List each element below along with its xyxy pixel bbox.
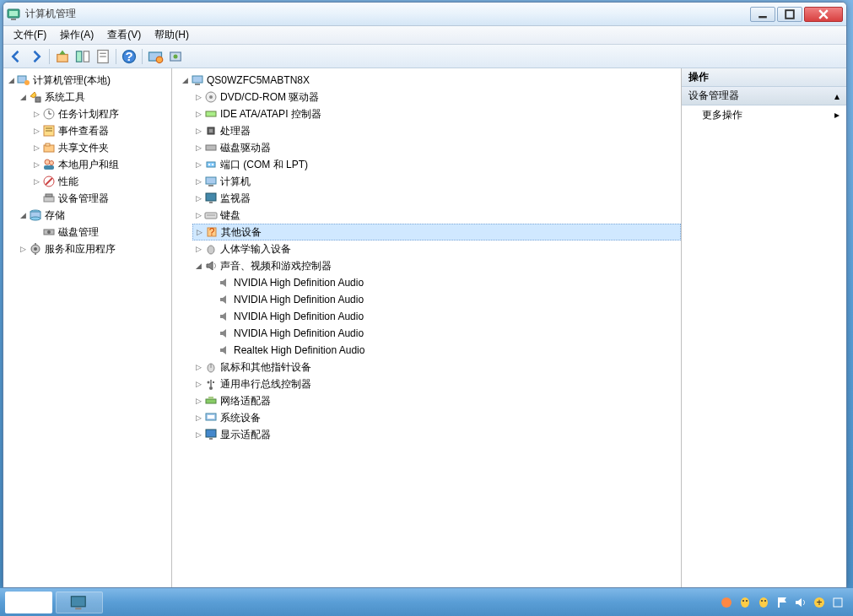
expand-icon[interactable]: ▷ [192,243,204,255]
expand-icon[interactable]: ▷ [17,243,29,255]
expand-icon[interactable]: ▷ [192,395,204,407]
device-sound[interactable]: ◢声音、视频和游戏控制器 [192,257,681,274]
actions-section-device-manager[interactable]: 设备管理器 ▴ [682,87,846,105]
device-root[interactable]: ◢ QS0WZFC5MABTN8X [179,72,681,89]
tree-services-apps[interactable]: ▷服务和应用程序 [17,240,171,257]
device-cpu[interactable]: ▷处理器 [192,122,681,139]
device-hid[interactable]: ▷人体学输入设备 [192,240,681,257]
tree-disk-management[interactable]: 磁盘管理 [30,224,171,240]
back-button[interactable] [7,47,25,66]
tray-icon-volume[interactable] [794,596,807,609]
device-monitor[interactable]: ▷监视器 [192,190,681,207]
expand-icon[interactable]: ▷ [30,108,42,120]
tree-system-tools[interactable]: ◢ 系统工具 [17,89,171,105]
device-keyboard[interactable]: ▷键盘 [192,207,681,224]
tree-event-viewer[interactable]: ▷事件查看器 [30,122,171,139]
up-button[interactable] [53,47,72,66]
close-button[interactable] [804,7,843,22]
menu-help[interactable]: 帮助(H) [148,26,196,44]
expand-icon[interactable]: ▷ [192,108,204,120]
tree-local-users[interactable]: ▷本地用户和组 [30,156,171,173]
menubar: 文件(F) 操作(A) 查看(V) 帮助(H) [3,26,846,45]
device-sound-nvidia-3[interactable]: NVIDIA High Definition Audio [206,308,681,325]
menu-view[interactable]: 查看(V) [100,26,148,44]
device-sound-nvidia-4[interactable]: NVIDIA High Definition Audio [206,325,681,342]
properties-button[interactable] [94,47,112,66]
svg-rect-59 [206,193,216,201]
collapse-icon[interactable]: ◢ [179,74,191,86]
svg-rect-1 [9,11,18,16]
expand-icon[interactable]: ▷ [192,361,204,373]
tree-device-manager[interactable]: 设备管理器 [30,190,171,207]
expand-icon[interactable]: ▷ [192,192,204,204]
tree-root-computer-mgmt[interactable]: ◢ 计算机管理(本地) [3,72,171,89]
tray-icon-6[interactable] [831,596,845,609]
actions-more-actions[interactable]: 更多操作 ▸ [682,105,846,124]
device-mouse[interactable]: ▷鼠标和其他指针设备 [192,359,681,376]
tree-task-scheduler[interactable]: ▷任务计划程序 [30,105,171,122]
device-network[interactable]: ▷网络适配器 [192,392,681,409]
expand-icon[interactable]: ▷ [192,159,204,170]
expand-icon[interactable]: ▷ [192,378,204,390]
tray-icon-1[interactable] [720,596,733,609]
tree-shared-folders[interactable]: ▷共享文件夹 [30,139,171,156]
device-ide[interactable]: ▷IDE ATA/ATAPI 控制器 [192,105,681,122]
device-dvd[interactable]: ▷DVD/CD-ROM 驱动器 [192,89,681,105]
actions-pane: 操作 设备管理器 ▴ 更多操作 ▸ [682,68,846,587]
tray-icon-5[interactable]: + [813,596,826,609]
device-other[interactable]: ▷?其他设备 [192,224,681,240]
tray-icon-2[interactable] [738,596,752,609]
maximize-button[interactable] [777,7,802,22]
menu-action[interactable]: 操作(A) [53,26,100,44]
collapse-icon[interactable]: ◢ [17,91,29,103]
expand-icon[interactable]: ▷ [192,91,204,103]
expand-icon[interactable]: ▷ [30,142,42,154]
device-sound-nvidia-2[interactable]: NVIDIA High Definition Audio [206,291,681,308]
svg-rect-73 [208,397,213,399]
collapse-icon[interactable]: ◢ [5,74,17,86]
expand-icon[interactable]: ▷ [192,176,204,187]
scan-hardware-button[interactable] [146,47,165,66]
tray-icon-flag[interactable] [775,596,789,609]
menu-file[interactable]: 文件(F) [7,26,53,44]
device-system[interactable]: ▷系统设备 [192,409,681,426]
minimize-button[interactable] [750,7,775,22]
expand-icon[interactable]: ▷ [193,226,205,238]
tray-icon-3[interactable] [757,596,770,609]
show-hide-tree-button[interactable] [73,47,92,66]
tree-performance[interactable]: ▷性能 [30,173,171,190]
expand-icon[interactable]: ▷ [192,142,204,154]
device-usb[interactable]: ▷通用串行总线控制器 [192,376,681,392]
expand-icon[interactable]: ▷ [192,429,204,440]
collapse-icon[interactable]: ◢ [17,209,29,221]
expand-icon[interactable]: ▷ [30,125,42,137]
expand-icon[interactable]: ▷ [192,412,204,424]
device-diskdrive[interactable]: ▷磁盘驱动器 [192,139,681,156]
taskbar-item-2[interactable] [56,592,103,613]
expand-icon[interactable]: ▷ [192,125,204,137]
device-tree-pane[interactable]: ◢ QS0WZFC5MABTN8X ▷DVD/CD-ROM 驱动器 ▷IDE A… [172,68,682,587]
titlebar[interactable]: 计算机管理 [3,3,846,26]
expand-icon[interactable]: ▷ [30,176,42,187]
device-display[interactable]: ▷显示适配器 [192,426,681,443]
console-tree-pane[interactable]: ◢ 计算机管理(本地) ◢ 系统工具 ▷任务计划程序 [3,68,172,587]
expand-icon[interactable]: ▷ [30,159,42,170]
taskbar-item-1[interactable] [5,592,52,613]
collapse-icon[interactable]: ◢ [192,260,204,272]
svg-text:?: ? [209,226,215,238]
device-sound-realtek[interactable]: Realtek High Definition Audio [206,342,681,359]
device-ports[interactable]: ▷端口 (COM 和 LPT) [192,156,681,173]
forward-button[interactable] [27,47,46,66]
svg-rect-32 [44,165,54,170]
tree-storage[interactable]: ◢ 存储 [17,207,171,224]
expand-icon[interactable]: ▷ [192,209,204,221]
taskbar[interactable]: + [0,588,853,616]
help-button[interactable]: ? [120,47,138,66]
scan-refresh-button[interactable] [166,47,185,66]
svg-rect-8 [77,51,82,62]
hid-icon [204,242,218,256]
svg-point-84 [759,597,768,608]
device-sound-nvidia-1[interactable]: NVIDIA High Definition Audio [206,274,681,291]
svg-rect-35 [44,197,54,202]
device-computer[interactable]: ▷计算机 [192,173,681,190]
